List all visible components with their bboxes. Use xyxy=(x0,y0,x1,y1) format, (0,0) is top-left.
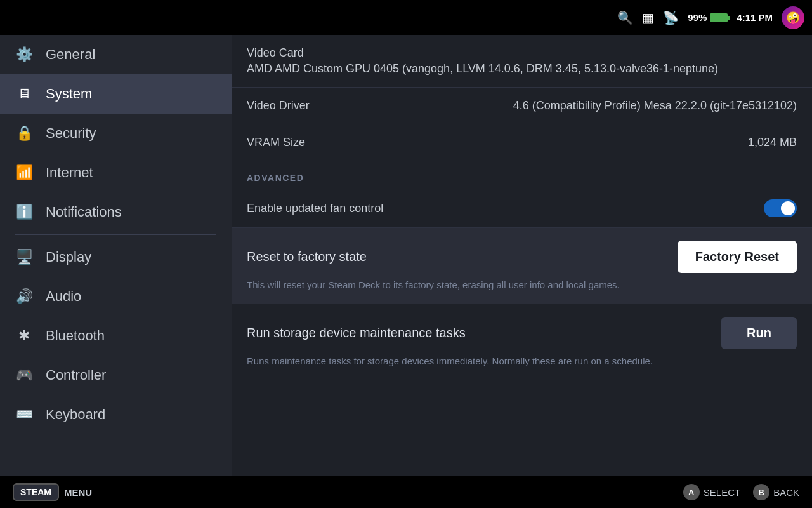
display-icon: 🖥️ xyxy=(15,249,33,265)
sidebar-item-notifications[interactable]: ℹ️ Notifications xyxy=(0,192,232,232)
factory-reset-desc: This will reset your Steam Deck to its f… xyxy=(247,279,620,290)
video-driver-value: 4.6 (Compatibility Profile) Mesa 22.2.0 … xyxy=(513,99,797,112)
sidebar-item-general[interactable]: ⚙️ General xyxy=(0,35,232,74)
search-icon[interactable]: 🔍 xyxy=(617,10,633,25)
sidebar-item-keyboard[interactable]: ⌨️ Keyboard xyxy=(0,395,232,434)
vram-row: VRAM Size 1,024 MB xyxy=(232,124,812,161)
sidebar-item-display[interactable]: 🖥️ Display xyxy=(0,237,232,277)
a-button[interactable]: A xyxy=(683,484,700,500)
video-card-label: Video Card xyxy=(247,46,304,60)
maintenance-row: Run storage device maintenance tasks Run… xyxy=(232,304,812,380)
sidebar-item-controller[interactable]: 🎮 Controller xyxy=(0,356,232,395)
menu-label: MENU xyxy=(64,487,92,498)
sidebar-label-general: General xyxy=(46,46,95,63)
battery-icon xyxy=(710,13,728,22)
b-button[interactable]: B xyxy=(753,484,769,500)
advanced-section-header: ADVANCED xyxy=(232,161,812,189)
video-driver-row: Video Driver 4.6 (Compatibility Profile)… xyxy=(232,88,812,124)
video-card-value: AMD AMD Custom GPU 0405 (vangogh, LLVM 1… xyxy=(247,62,718,76)
sidebar-label-display: Display xyxy=(46,249,91,265)
info-icon: ℹ️ xyxy=(15,204,33,220)
run-maintenance-button[interactable]: Run xyxy=(721,317,797,349)
sidebar-item-audio[interactable]: 🔊 Audio xyxy=(0,277,232,316)
sidebar-label-security: Security xyxy=(46,125,96,142)
gear-icon: ⚙️ xyxy=(15,46,33,63)
sidebar: ⚙️ General 🖥 System 🔒 Security 📶 Interne… xyxy=(0,35,232,476)
back-btn-group: B BACK xyxy=(753,484,799,500)
sidebar-label-bluetooth: Bluetooth xyxy=(46,328,105,344)
avatar[interactable]: 🤪 xyxy=(782,6,804,29)
monitor-icon: 🖥 xyxy=(15,86,33,102)
bluetooth-icon: ✱ xyxy=(15,328,33,344)
bottombar: STEAM MENU A SELECT B BACK xyxy=(0,476,812,508)
battery-pct: 99% xyxy=(688,12,707,23)
sidebar-label-controller: Controller xyxy=(46,367,106,384)
factory-reset-button[interactable]: Factory Reset xyxy=(678,241,797,273)
steam-button[interactable]: STEAM xyxy=(13,483,59,501)
sidebar-label-notifications: Notifications xyxy=(46,204,122,220)
cast-icon[interactable]: 📡 xyxy=(663,10,679,25)
audio-icon: 🔊 xyxy=(15,288,33,305)
sidebar-item-security[interactable]: 🔒 Security xyxy=(0,114,232,153)
clock: 4:11 PM xyxy=(737,12,773,23)
fan-control-row: Enable updated fan control xyxy=(232,189,812,228)
select-btn-group: A SELECT xyxy=(683,484,740,500)
sidebar-divider xyxy=(15,234,216,235)
main-content: Video Card AMD AMD Custom GPU 0405 (vang… xyxy=(232,35,812,476)
back-label: BACK xyxy=(773,487,799,498)
factory-reset-label: Reset to factory state xyxy=(247,250,367,264)
sidebar-label-system: System xyxy=(46,86,92,102)
sidebar-label-audio: Audio xyxy=(46,288,81,305)
topbar: 🔍 ▦ 📡 99% 4:11 PM 🤪 xyxy=(0,0,812,35)
sidebar-item-internet[interactable]: 📶 Internet xyxy=(0,153,232,192)
keyboard-icon: ⌨️ xyxy=(15,406,33,423)
select-label: SELECT xyxy=(704,487,740,498)
sidebar-label-keyboard: Keyboard xyxy=(46,406,105,423)
vram-label: VRAM Size xyxy=(247,136,305,149)
sidebar-item-bluetooth[interactable]: ✱ Bluetooth xyxy=(0,316,232,356)
sidebar-label-internet: Internet xyxy=(46,164,93,181)
video-card-row: Video Card AMD AMD Custom GPU 0405 (vang… xyxy=(232,35,812,88)
maintenance-label: Run storage device maintenance tasks xyxy=(247,326,466,340)
maintenance-desc: Runs maintenance tasks for storage devic… xyxy=(247,356,653,366)
video-driver-label: Video Driver xyxy=(247,99,310,112)
bottom-right-controls: A SELECT B BACK xyxy=(683,484,799,500)
fan-control-toggle[interactable] xyxy=(764,199,797,217)
factory-reset-row: Reset to factory state Factory Reset Thi… xyxy=(232,228,812,304)
fan-control-label: Enable updated fan control xyxy=(247,202,383,215)
lock-icon: 🔒 xyxy=(15,125,33,142)
maintenance-top: Run storage device maintenance tasks Run xyxy=(247,317,797,349)
vram-value: 1,024 MB xyxy=(748,136,797,149)
wifi-icon: 📶 xyxy=(15,164,33,181)
battery-area: 99% xyxy=(688,12,728,23)
library-icon[interactable]: ▦ xyxy=(642,10,654,25)
steam-menu: STEAM MENU xyxy=(13,483,92,501)
sidebar-item-system[interactable]: 🖥 System xyxy=(0,74,232,114)
controller-icon: 🎮 xyxy=(15,367,33,384)
factory-reset-top: Reset to factory state Factory Reset xyxy=(247,241,797,273)
